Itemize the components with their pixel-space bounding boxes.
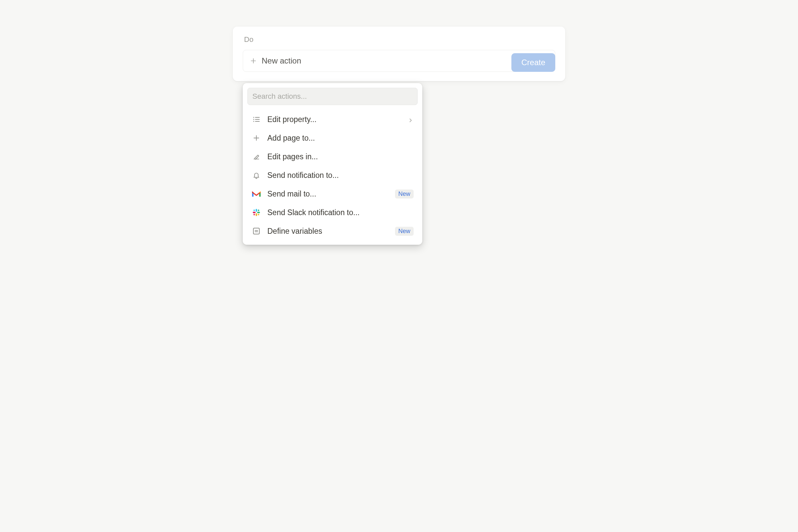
do-panel: Do New action Edit property...: [233, 26, 565, 81]
actions-menu: Edit property... Add page to...: [247, 111, 418, 241]
menu-item-edit-pages[interactable]: Edit pages in...: [249, 148, 416, 165]
svg-point-2: [254, 117, 254, 118]
menu-item-edit-property[interactable]: Edit property...: [249, 111, 416, 128]
svg-rect-18: [253, 228, 259, 234]
menu-item-send-notification[interactable]: Send notification to...: [249, 167, 416, 184]
svg-rect-10: [256, 209, 257, 212]
menu-item-label: Send notification to...: [267, 171, 414, 180]
search-input[interactable]: [247, 88, 418, 105]
menu-item-add-page[interactable]: Add page to...: [249, 130, 416, 146]
slack-icon: [251, 208, 261, 217]
svg-point-4: [254, 119, 254, 120]
gmail-icon: [251, 189, 261, 199]
menu-item-define-variables[interactable]: Define variables New: [249, 223, 416, 240]
bell-icon: [251, 170, 261, 180]
menu-item-label: Send mail to...: [267, 190, 389, 198]
create-button[interactable]: Create: [511, 53, 555, 72]
svg-rect-11: [257, 212, 260, 213]
svg-rect-12: [256, 213, 257, 216]
new-badge: New: [395, 227, 414, 236]
menu-item-label: Send Slack notification to...: [267, 208, 414, 217]
plus-icon: [251, 133, 261, 143]
pencil-icon: [251, 152, 261, 162]
menu-item-label: Define variables: [267, 227, 389, 236]
svg-rect-13: [253, 212, 256, 213]
variable-icon: [251, 226, 261, 236]
menu-item-label: Edit property...: [267, 115, 402, 124]
actions-popover: Edit property... Add page to...: [243, 83, 422, 245]
menu-item-label: Add page to...: [267, 134, 414, 142]
list-icon: [251, 114, 261, 125]
chevron-right-icon: [407, 116, 414, 122]
new-action-label: New action: [262, 56, 301, 65]
menu-item-label: Edit pages in...: [267, 152, 414, 161]
svg-point-14: [253, 209, 255, 211]
section-label: Do: [243, 35, 555, 44]
new-action-button[interactable]: New action: [243, 50, 555, 72]
svg-point-15: [258, 209, 259, 211]
svg-point-6: [254, 121, 254, 122]
new-badge: New: [395, 190, 414, 198]
plus-icon: [250, 57, 257, 64]
menu-item-send-mail[interactable]: Send mail to... New: [249, 186, 416, 202]
svg-point-16: [258, 214, 259, 215]
svg-point-17: [253, 214, 255, 215]
menu-item-send-slack[interactable]: Send Slack notification to...: [249, 204, 416, 221]
